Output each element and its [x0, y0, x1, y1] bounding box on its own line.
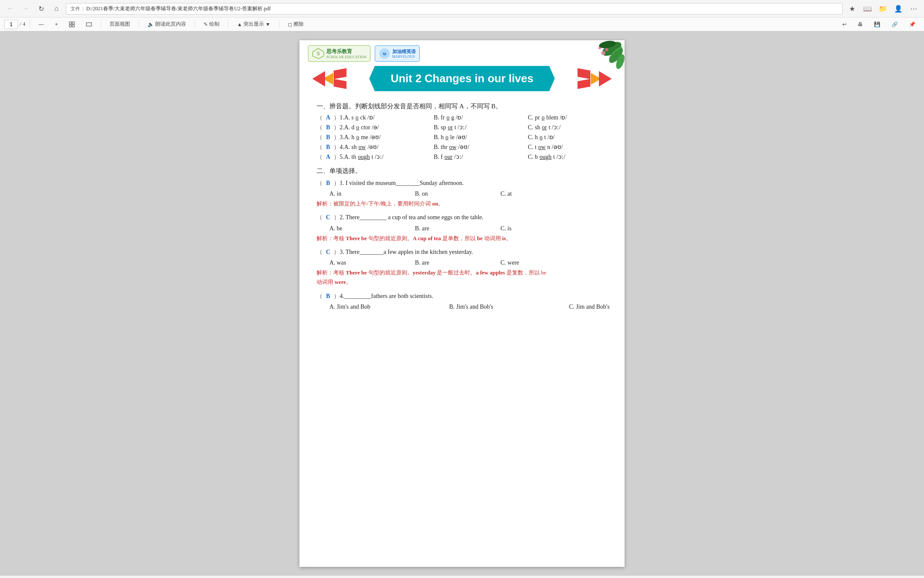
scholar-text: 思考乐教育 SCHOLAR EDUCATION [326, 48, 367, 59]
more-options[interactable]: ⋯ [908, 3, 920, 15]
divider5 [228, 20, 228, 29]
home-button[interactable]: ⌂ [50, 3, 62, 15]
mcq-q2-analysis: 解析：考核 There be 句型的就近原则。A cup of tea 是单数，… [317, 234, 607, 243]
divider4 [195, 20, 195, 29]
svg-point-9 [601, 51, 605, 55]
save-button[interactable]: 💾 [870, 20, 885, 29]
divider6 [279, 20, 279, 29]
phonics-q2: （ B ） 2.A. doctor /ə/ B. sport /ɔː/ C. s… [317, 124, 607, 131]
title-banner: Unit 2 Changes in our lives [369, 66, 555, 91]
undo-button[interactable]: ↩ [838, 20, 851, 29]
forward-button[interactable]: → [20, 3, 32, 15]
mcq-q2-text: 2. There_________ a cup of tea and some … [340, 213, 483, 222]
status-bar: 16:04 [0, 575, 924, 578]
title-banner-area: Unit 2 Changes in our lives [308, 66, 616, 91]
divider2 [101, 20, 101, 29]
read-aloud-button[interactable]: 🔈 朗读此页内容 [143, 19, 190, 29]
mcq-q3-row: （ C ） 3. There________a few apples in th… [317, 247, 607, 257]
svg-text:S: S [317, 51, 320, 56]
fit-width-button[interactable] [82, 20, 96, 29]
phonics-q3: （ B ） 3.A. home /əʊ/ B. hole /əʊ/ C. hot… [317, 134, 607, 141]
mcq-q4-optC: C. Jim and Bob's [569, 304, 625, 310]
page-view-label: 页面视图 [110, 21, 130, 28]
scholar-logo-icon: S [312, 48, 325, 60]
svg-rect-1 [72, 22, 74, 24]
address-bar: 文件 | D:/2021春季/大束老师六年级春季辅导卷/束老师六年级春季辅导卷U… [66, 3, 843, 15]
collections[interactable]: 📁 [877, 3, 889, 15]
address-text: D:/2021春季/大束老师六年级春季辅导卷/束老师六年级春季辅导卷U2-答案解… [86, 5, 271, 12]
svg-rect-2 [69, 25, 71, 27]
phonics-q5: （ A ） 5.A. thought /ɔː/ B. four /ɔː/ C. … [317, 153, 607, 161]
main-content: 一、辨音题。判断划线部分发音是否相同，相同写 A，不同写 B。 （ A ） 1.… [299, 91, 625, 321]
erase-icon: ◻ [288, 21, 292, 27]
draw-button[interactable]: ✎ 绘制 [199, 19, 224, 29]
svg-text:M: M [383, 52, 386, 56]
svg-rect-4 [86, 23, 92, 26]
svg-point-10 [605, 48, 608, 51]
mcq-q3-options: A. was B. are C. were [329, 259, 607, 266]
share-button[interactable]: 🔗 [887, 20, 902, 29]
nav-bar: ← → ↻ ⌂ 文件 | D:/2021春季/大束老师六年级春季辅导卷/束老师六… [0, 0, 924, 18]
mcq-q1-row: （ B ） 1. I visited the museum________Sun… [317, 179, 607, 188]
divider1 [30, 20, 30, 29]
page-number-box: / 4 [4, 20, 25, 29]
mcq-q4-optB: B. Jim's and Bob's [449, 304, 569, 310]
read-icon: 🔈 [148, 21, 154, 27]
mcq-q2-optB: B. are [415, 225, 500, 232]
mcq-q3-optA: A. was [329, 259, 415, 266]
section1-header: 一、辨音题。判断划线部分发音是否相同，相同写 A，不同写 B。 [317, 102, 607, 110]
page-input[interactable] [4, 20, 18, 29]
mcq-q1-optB: B. on [415, 191, 500, 197]
user-profile[interactable]: 👤 [892, 3, 904, 15]
page-total: 4 [23, 21, 25, 27]
phonics-q4: （ B ） 4.A. show /əʊ/ B. throw /əʊ/ C. to… [317, 143, 607, 151]
mcq-q2-optC: C. is [500, 225, 586, 232]
read-aloud-label: 朗读此页内容 [155, 21, 186, 28]
mcq-q2-row: （ C ） 2. There_________ a cup of tea and… [317, 213, 607, 222]
marvelous-text: 加油维英语 MARVELOUS [392, 48, 416, 59]
page-separator: / [20, 21, 21, 27]
pdf-page: S 思考乐教育 SCHOLAR EDUCATION M 加油维英语 [299, 40, 625, 567]
zoom-out-button[interactable]: — [34, 20, 48, 29]
highlight-button[interactable]: ▲ 突出显示 ▼ [233, 19, 275, 29]
highlight-chevron: ▼ [265, 21, 270, 27]
mcq-q1-optC: C. at [500, 191, 586, 197]
draw-label: 绘制 [209, 21, 219, 28]
draw-icon: ✎ [204, 21, 208, 27]
erase-button[interactable]: ◻ 擦除 [284, 19, 308, 29]
highlight-icon: ▲ [237, 21, 242, 27]
bookmark-star[interactable]: ★ [846, 3, 858, 15]
svg-point-11 [598, 47, 601, 49]
mcq-q4-text: 4._________fathers are both scientists. [340, 292, 433, 301]
mcq-q4-row: （ B ） 4._________fathers are both scient… [317, 292, 607, 301]
mcq-q1-options: A. in B. on C. at [329, 191, 607, 197]
print-button[interactable]: 🖶 [853, 20, 867, 29]
mcq-q3-optB: B. are [415, 259, 500, 266]
content-area: S 思考乐教育 SCHOLAR EDUCATION M 加油维英语 [0, 32, 924, 575]
zoom-in-button[interactable]: + [50, 20, 62, 29]
mcq-q4-optA: A. Jim's and Bob [329, 304, 449, 310]
divider3 [139, 20, 139, 29]
title-text: Unit 2 Changes in our lives [391, 72, 533, 85]
back-button[interactable]: ← [4, 3, 16, 15]
svg-rect-3 [72, 25, 74, 27]
mcq-q2-options: A. be B. are C. is [329, 225, 607, 232]
mcq-q2-optA: A. be [329, 225, 415, 232]
mcq-q1-text: 1. I visited the museum________Sunday af… [340, 179, 464, 188]
erase-label: 擦除 [293, 21, 304, 28]
refresh-button[interactable]: ↻ [35, 3, 47, 15]
file-label: 文件 [71, 6, 80, 12]
fit-page-button[interactable] [65, 20, 79, 29]
browser-chrome: ← → ↻ ⌂ 文件 | D:/2021春季/大束老师六年级春季辅导卷/束老师六… [0, 0, 924, 32]
mcq-q3-analysis: 解析：考核 There be 句型的就近原则。yesterday 是一般过去时。… [317, 268, 607, 287]
pin-button[interactable]: 📌 [905, 20, 920, 29]
phonics-q1: （ A ） 1.A. sock /ɒ/ B. frog /ɒ/ C. probl… [317, 114, 607, 122]
highlight-label: 突出显示 [243, 21, 264, 28]
mcq-q3-optC: C. were [500, 259, 586, 266]
mcq-q1-optA: A. in [329, 191, 415, 197]
marvelous-logo-icon: M [379, 48, 391, 60]
toolbar: / 4 — + 页面视图 🔈 朗读此页内容 ✎ 绘制 ▲ 突出显示 ▼ [0, 18, 924, 31]
page-view-button[interactable]: 页面视图 [105, 19, 134, 29]
svg-rect-0 [69, 22, 71, 24]
reading-mode[interactable]: 📖 [862, 3, 874, 15]
